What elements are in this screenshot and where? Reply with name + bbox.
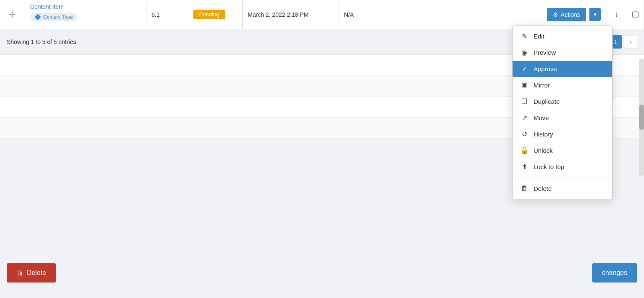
unlock-icon: 🔓	[520, 146, 529, 154]
dropdown-item-label-duplicate: Duplicate	[534, 98, 560, 105]
dropdown-item-unlock[interactable]: 🔓Unlock	[513, 142, 612, 159]
actions-button[interactable]: ⚙ Actions	[547, 8, 586, 21]
pagination: 1 ›	[609, 35, 637, 49]
status-badge: Pending	[193, 10, 225, 19]
dropdown-item-label-history: History	[534, 131, 553, 138]
drag-icon: ✛	[9, 10, 16, 20]
dropdown-item-label-move: Move	[534, 114, 549, 121]
dropdown-item-approve[interactable]: ✓Approve	[513, 61, 612, 77]
lock-to-top-icon: ⬆	[520, 163, 529, 171]
entries-text: Showing 1 to 5 of 5 entries	[7, 39, 76, 45]
date-cell: March 2, 2022 2:18 PM	[243, 0, 339, 29]
approve-icon: ✓	[520, 65, 529, 73]
dropdown-item-duplicate[interactable]: ❐Duplicate	[513, 93, 612, 110]
page-next-button[interactable]: ›	[624, 35, 637, 49]
scrollbar-track[interactable]	[639, 59, 644, 176]
dropdown-item-mirror[interactable]: ▣Mirror	[513, 77, 612, 93]
mirror-icon: ▣	[520, 81, 529, 89]
dropdown-item-lock-to-top[interactable]: ⬆Lock to top	[513, 159, 612, 175]
dropdown-item-history[interactable]: ↺History	[513, 126, 612, 142]
spacer-cell	[389, 0, 514, 29]
content-type-label: Content Type	[43, 14, 73, 20]
dropdown-item-label-mirror: Mirror	[534, 82, 550, 89]
delete-icon: 🗑	[520, 185, 529, 192]
na-value: N/A	[344, 11, 354, 18]
down-arrow-icon: ↓	[615, 10, 618, 19]
gear-icon: ⚙	[553, 11, 558, 18]
actions-dropdown-menu: ✎Edit◉Preview✓Approve▣Mirror❐Duplicate↗M…	[512, 25, 613, 199]
edit-icon: ✎	[520, 32, 529, 40]
dropdown-item-move[interactable]: ↗Move	[513, 110, 612, 126]
actions-label: Actions	[561, 11, 580, 18]
row-checkbox[interactable]	[632, 11, 639, 18]
dropdown-item-label-approve: Approve	[534, 65, 557, 72]
drag-handle[interactable]: ✛	[0, 0, 25, 29]
dropdown-item-edit[interactable]: ✎Edit	[513, 28, 612, 44]
version-value: 6.1	[151, 11, 159, 18]
scrollbar-thumb[interactable]	[639, 105, 644, 130]
status-cell: Pending	[188, 0, 243, 29]
dropdown-item-label-preview: Preview	[534, 49, 556, 56]
na-cell: N/A	[339, 0, 389, 29]
content-item-cell: Content Item 🔷 Content Type	[25, 0, 146, 29]
content-item-link[interactable]: Content Item	[30, 3, 64, 10]
preview-icon: ◉	[520, 49, 529, 57]
actions-cell: ⚙ Actions ▾	[514, 0, 606, 29]
dropdown-item-delete[interactable]: 🗑Delete	[513, 180, 612, 196]
delete-label: Delete	[27, 269, 46, 277]
date-value: March 2, 2022 2:18 PM	[248, 11, 309, 18]
dropdown-item-label-lock-to-top: Lock to top	[534, 163, 564, 170]
save-changes-button[interactable]: changes	[592, 263, 638, 283]
dropdown-item-label-delete: Delete	[534, 185, 552, 192]
checkbox-cell	[627, 0, 644, 29]
move-icon: ↗	[520, 114, 529, 122]
arrow-cell[interactable]: ↓	[606, 0, 627, 29]
dropdown-divider-before-delete	[513, 177, 612, 178]
content-type-icon: 🔷	[34, 14, 41, 20]
actions-dropdown-toggle[interactable]: ▾	[589, 8, 601, 21]
content-type-badge[interactable]: 🔷 Content Type	[30, 13, 77, 21]
duplicate-icon: ❐	[520, 98, 529, 105]
dropdown-item-label-unlock: Unlock	[534, 147, 553, 154]
delete-icon: 🗑	[17, 269, 23, 277]
version-cell: 6.1	[146, 0, 188, 29]
dropdown-item-label-edit: Edit	[534, 33, 544, 40]
dropdown-item-preview[interactable]: ◉Preview	[513, 44, 612, 61]
save-changes-label: changes	[602, 269, 628, 277]
bottom-bar: 🗑 Delete changes	[0, 248, 644, 298]
delete-button[interactable]: 🗑 Delete	[7, 263, 56, 283]
history-icon: ↺	[520, 130, 529, 138]
